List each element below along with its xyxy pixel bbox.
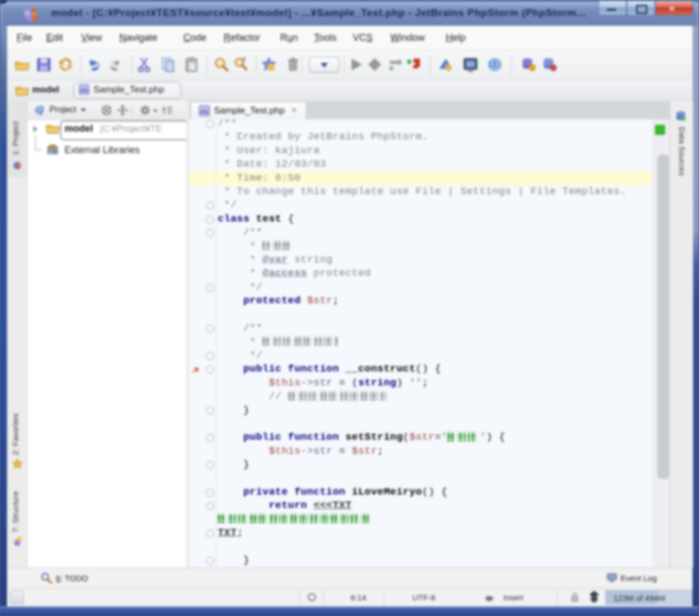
svg-text:php: php <box>200 109 209 114</box>
svg-text:php: php <box>80 88 88 93</box>
